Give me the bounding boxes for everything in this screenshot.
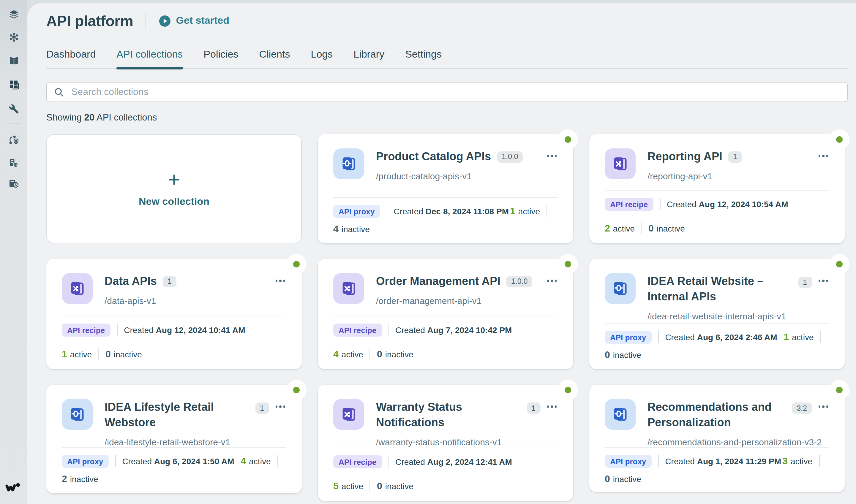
footer-divider: [388, 324, 389, 336]
collection-title: Order Management API: [376, 274, 501, 289]
collection-path: /recommendations-and-personalization-v3-…: [647, 437, 780, 447]
footer-divider: [370, 348, 370, 360]
collection-card-idea-retail-website-internal-apis[interactable]: IDEA Retail Website – Internal APIs /ide…: [589, 259, 845, 369]
network-shield-icon[interactable]: [8, 135, 19, 145]
tab-clients[interactable]: Clients: [259, 49, 290, 68]
status-dot: [293, 261, 300, 267]
footer-divider: [98, 348, 99, 360]
collection-card-order-management-api[interactable]: Order Management API 1.0.0 /order-manage…: [318, 259, 573, 369]
collection-card-data-apis[interactable]: Data APIs 1 /data-apis-v1 API recipe C: [46, 259, 302, 369]
footer-divider: [370, 480, 370, 492]
hub-icon[interactable]: [8, 32, 19, 42]
tab-library[interactable]: Library: [353, 49, 384, 68]
card-menu-icon[interactable]: [546, 276, 558, 285]
version-badge: 3.2: [792, 402, 812, 414]
tab-api-collections[interactable]: API collections: [117, 49, 183, 68]
footer-divider: [386, 205, 387, 217]
new-collection-label: New collection: [139, 196, 209, 208]
book-icon[interactable]: [8, 55, 19, 66]
status-dot-notch: [558, 254, 578, 274]
header-divider: [145, 12, 146, 30]
app-sidebar: $: [0, 0, 27, 504]
building-shield-icon[interactable]: [8, 157, 19, 168]
version-badge: 1.0.0: [497, 151, 523, 162]
version-badge: 1: [728, 151, 742, 162]
created-text: Created Aug 12, 2024 10:41 AM: [124, 325, 245, 335]
collection-card-warranty-status-notifications[interactable]: Warranty Status Notifications /warranty-…: [318, 385, 573, 501]
collection-path: /warranty-status-notifications-v1: [376, 437, 515, 447]
collection-title: IDEA Retail Website – Internal APIs: [647, 274, 786, 305]
inactive-count: 0inactive: [605, 350, 641, 360]
get-started-button[interactable]: Get started: [159, 15, 229, 27]
tab-dashboard[interactable]: Dashboard: [46, 49, 95, 68]
card-menu-icon[interactable]: [546, 151, 558, 161]
footer-divider: [546, 205, 547, 217]
page-title: API platform: [46, 12, 133, 30]
tab-bar: Dashboard API collections Policies Clien…: [46, 49, 848, 69]
type-badge: API recipe: [605, 198, 653, 211]
tab-logs[interactable]: Logs: [311, 49, 333, 68]
api-recipe-icon: [62, 273, 93, 304]
active-count: 4active: [241, 456, 271, 467]
card-menu-icon[interactable]: [817, 151, 829, 161]
card-menu-icon[interactable]: [817, 276, 829, 285]
collection-card-reporting-api[interactable]: Reporting API 1 /reporting-api-v1 API re…: [589, 134, 845, 244]
created-text: Created Dec 8, 2024 11:08 PM: [394, 206, 509, 216]
footer-divider: [641, 222, 642, 234]
main-panel: API platform Get started Dashboard API c…: [27, 3, 856, 504]
collection-title: Reporting API: [647, 149, 722, 164]
version-badge: 1: [255, 402, 269, 414]
status-dot: [293, 387, 300, 393]
billing-icon[interactable]: $: [8, 178, 19, 189]
status-dot-notch: [286, 380, 307, 400]
created-text: Created Aug 1, 2024 11:29 PM: [665, 456, 781, 466]
layers-icon[interactable]: [8, 9, 19, 20]
type-badge: API proxy: [605, 455, 651, 468]
tab-policies[interactable]: Policies: [204, 49, 238, 68]
plus-icon: +: [168, 170, 180, 188]
card-menu-icon[interactable]: [546, 402, 558, 411]
inactive-count: 2inactive: [62, 474, 98, 484]
version-badge: 1: [798, 277, 812, 288]
version-badge: 1: [163, 276, 176, 287]
collection-path: /data-apis-v1: [105, 295, 262, 306]
type-badge: API recipe: [333, 455, 382, 468]
inactive-count: 0inactive: [605, 474, 641, 484]
status-dot-notch: [558, 129, 578, 149]
status-dot-notch: [829, 129, 850, 149]
footer-divider: [658, 331, 659, 343]
active-count: 1active: [510, 206, 540, 217]
created-text: Created Aug 6, 2024 1:50 AM: [122, 456, 234, 466]
wrench-icon[interactable]: [8, 103, 19, 114]
inactive-count: 0inactive: [648, 223, 685, 234]
inactive-count: 0inactive: [377, 349, 414, 360]
collection-card-recommendations-and-personalization[interactable]: Recommendations and Personalization /rec…: [589, 385, 845, 492]
footer-divider: [819, 455, 819, 467]
search-input[interactable]: [70, 86, 840, 98]
grid-icon[interactable]: [8, 79, 19, 90]
active-count: 5active: [333, 481, 363, 491]
search-bar: [46, 82, 848, 102]
search-icon: [54, 87, 64, 97]
footer-divider: [117, 324, 117, 336]
collection-card-idea-lifestyle-retail-webstore[interactable]: IDEA Lifestyle Retail Webstore /idea-lif…: [46, 385, 302, 493]
api-proxy-icon: [62, 399, 93, 430]
collection-path: /product-catalog-apis-v1: [376, 171, 534, 181]
api-proxy-icon: [605, 399, 635, 430]
api-recipe-icon: [333, 273, 364, 304]
active-count: 4active: [333, 349, 363, 360]
inactive-count: 0inactive: [105, 349, 142, 360]
active-count: 2active: [605, 223, 635, 234]
footer-divider: [660, 198, 660, 210]
new-collection-card[interactable]: + New collection: [46, 134, 302, 244]
status-dot-notch: [829, 380, 850, 400]
collection-path: /idea-retail-website-internal-apis-v1: [647, 311, 786, 321]
card-menu-icon[interactable]: [274, 276, 286, 285]
collections-grid: + New collection Product Catalog APIs 1.…: [46, 134, 848, 501]
version-badge: 1: [527, 402, 540, 414]
tab-settings[interactable]: Settings: [405, 49, 442, 68]
version-badge: 1.0.0: [506, 276, 532, 287]
card-menu-icon[interactable]: [274, 402, 286, 411]
collection-card-product-catalog-apis[interactable]: Product Catalog APIs 1.0.0 /product-cata…: [318, 134, 573, 244]
card-menu-icon[interactable]: [817, 402, 829, 411]
